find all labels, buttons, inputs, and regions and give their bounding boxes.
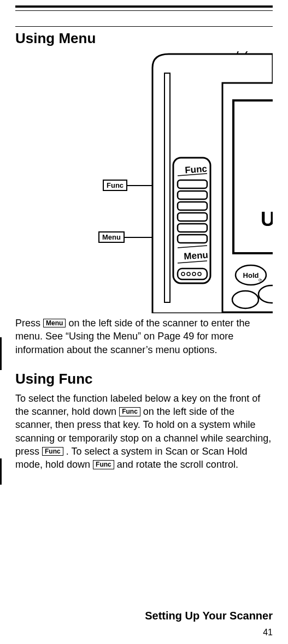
svg-point-20 <box>232 291 258 308</box>
inline-key-func-2: Func <box>42 447 63 456</box>
p2-text-d: and rotate the scroll control. <box>117 459 238 470</box>
svg-rect-7 <box>178 224 207 232</box>
section-rule-1 <box>15 26 273 27</box>
inline-key-func-3: Func <box>93 460 114 469</box>
callout-menu-label: Menu <box>102 233 121 241</box>
paragraph-func: To select the function labeled below a k… <box>15 392 273 472</box>
device-label-menu: Menu <box>184 249 209 261</box>
screen-letter: U <box>261 208 273 230</box>
svg-rect-3 <box>178 180 207 188</box>
svg-rect-17 <box>233 100 273 253</box>
scanner-illustration: Func Menu Func <box>15 51 273 313</box>
inline-key-menu: Menu <box>43 319 66 327</box>
callout-func: Func <box>103 180 127 191</box>
page-top-thick-rule <box>15 5 273 8</box>
page-number: 41 <box>263 628 273 637</box>
scanner-svg: Func Menu U <box>131 51 273 313</box>
svg-rect-4 <box>178 191 207 199</box>
change-bar-1 <box>0 337 2 370</box>
footer-section-title: Setting Up Your Scanner <box>145 610 273 622</box>
change-bar-2 <box>0 458 2 485</box>
heading-using-menu: Using Menu <box>15 30 273 47</box>
svg-text:⟳: ⟳ <box>258 278 262 283</box>
svg-rect-5 <box>178 202 207 210</box>
inline-key-func-1: Func <box>119 407 140 416</box>
p1-text-a: Press <box>15 318 43 329</box>
paragraph-menu: Press Menu on the left side of the scann… <box>15 317 273 356</box>
device-label-hold: Hold <box>243 271 259 279</box>
callout-func-label: Func <box>107 181 124 189</box>
svg-rect-6 <box>178 213 207 221</box>
callout-menu: Menu <box>98 231 125 243</box>
heading-using-func: Using Func <box>15 371 273 387</box>
page-top-thin-rule <box>15 10 273 11</box>
svg-rect-8 <box>178 235 207 243</box>
